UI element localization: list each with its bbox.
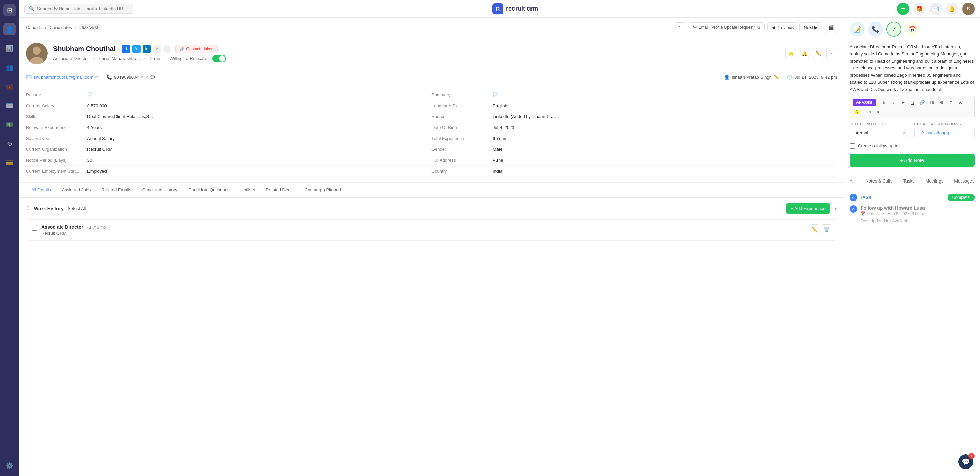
activity-tab-messages[interactable]: Messages [949, 174, 980, 188]
edit-owner-btn[interactable]: ✏️ [774, 75, 779, 79]
tab-assigned-jobs[interactable]: Assigned Jobs [56, 182, 96, 198]
sidebar-icon-billing[interactable]: 💳 [3, 157, 16, 169]
add-note-button[interactable]: + Add Note [850, 153, 975, 167]
gift-button[interactable]: 🎁 [913, 3, 926, 15]
task-check-done[interactable]: ✓ [850, 205, 857, 213]
delete-exp-button[interactable]: 🗑️ [822, 224, 831, 234]
linkedin-button[interactable]: in [143, 45, 151, 53]
associations-value[interactable]: 1 Association(s) [914, 128, 975, 138]
dob-value: Jul 4, 2023 [493, 125, 837, 130]
exp-checkbox[interactable] [32, 225, 37, 230]
refresh-button[interactable]: ↻ [674, 22, 686, 32]
call-icon-button[interactable]: 📞 [868, 22, 883, 37]
activity-tab-all[interactable]: All [844, 174, 860, 188]
copy-email-icon[interactable]: ⧉ [757, 25, 760, 30]
link-button[interactable]: 🔗 [918, 98, 926, 107]
edit-exp-button[interactable]: ✏️ [810, 224, 819, 234]
ordered-list-button[interactable]: 1≡ [928, 98, 936, 107]
copy-phone-btn[interactable]: ⧉ [140, 75, 143, 79]
mail-button[interactable]: ✉️ [930, 3, 942, 15]
contact-linked-badge[interactable]: 🔗 Contact Linked [175, 45, 218, 53]
highlight-button[interactable]: A [853, 108, 861, 116]
activity-tab-tasks[interactable]: Tasks [898, 174, 920, 188]
search-box[interactable]: 🔍 [24, 4, 134, 14]
tab-candidate-history[interactable]: Candidate History [137, 182, 183, 198]
task-item-header: ✓ Follow up with Howard Lusa 📅 Due Date … [850, 205, 975, 216]
bold-button[interactable]: B [880, 98, 888, 107]
sidebar-icon-dashboard[interactable]: ⊞ [3, 4, 16, 16]
task-due-label: Due Date - Feb 6, 2023, 9:00 am [867, 211, 926, 216]
add-button[interactable]: + [897, 3, 909, 15]
copy-email-btn[interactable]: ⧉ [95, 75, 98, 79]
chat-bubble[interactable]: 💬 1 [958, 454, 973, 469]
sidebar-icon-revenue[interactable]: 💵 [3, 118, 16, 131]
strikethrough-button[interactable]: S [899, 98, 907, 107]
quote-button[interactable]: ❝ [947, 98, 955, 107]
tab-contacts-pitched[interactable]: Contact(s) Pitched [299, 182, 347, 198]
prev-icon: ◀ [772, 25, 775, 30]
clear-icon[interactable]: ✕ [903, 130, 907, 136]
followup-checkbox[interactable] [850, 143, 855, 149]
note-type-label: Select Note Type [850, 122, 910, 126]
sidebar-icon-settings[interactable]: ⚙️ [3, 460, 16, 472]
italic-button[interactable]: I [889, 98, 898, 107]
social-extra1[interactable]: ○ [153, 45, 161, 53]
email-profile-button[interactable]: ✉ Email "Profile Update Request" ⧉ [689, 22, 765, 32]
activity-tab-notes[interactable]: Notes & Calls [860, 174, 898, 188]
note-type-select[interactable]: Internal ✕ [850, 128, 910, 138]
drag-handle-icon[interactable]: ⠿ [26, 205, 30, 212]
previous-label: Previous [776, 25, 794, 30]
whatsapp-btn[interactable]: 💬 [150, 75, 155, 79]
relocate-toggle[interactable] [212, 55, 226, 62]
note-content[interactable]: Associate Director at Recruit CRM – Insu… [850, 41, 975, 96]
details-left-col: Resume 📄 Current Salary £ 570,000 Skills… [26, 89, 431, 177]
notification-button[interactable]: 🔔 [946, 3, 958, 15]
star-button[interactable]: ⭐ [785, 48, 796, 59]
collapse-button[interactable]: ▾ [834, 205, 837, 212]
facebook-button[interactable]: f [122, 45, 130, 53]
unordered-list-button[interactable]: •≡ [937, 98, 945, 107]
user-avatar[interactable]: S [962, 3, 975, 15]
skills-label: Skills [26, 114, 87, 119]
task-description: Description Not Available [861, 218, 975, 224]
next-button[interactable]: Next ▶ [799, 22, 822, 32]
sidebar-icon-jobs[interactable]: 📊 [3, 42, 16, 54]
sidebar-icon-add[interactable]: ⊕ [3, 137, 16, 150]
search-input[interactable] [37, 6, 129, 11]
social-extra2[interactable]: ⊙ [163, 45, 171, 53]
indent-button[interactable]: ⇥ [865, 108, 873, 116]
tab-related-deals[interactable]: Related Deals [260, 182, 299, 198]
calendar-icon-button[interactable]: 📅 [905, 22, 920, 37]
check-icon-button[interactable]: ✓ [886, 22, 901, 37]
activity-tab-meetings[interactable]: Meetings [920, 174, 949, 188]
sidebar-icon-deals[interactable]: 💼 [3, 80, 16, 93]
previous-button[interactable]: ◀ Previous [767, 22, 798, 32]
alert-button[interactable]: 🔔 [799, 48, 810, 59]
select-all-button[interactable]: Select All [68, 206, 86, 211]
underline-button[interactable]: U [908, 98, 917, 107]
total-exp-label: Total Experience [431, 136, 493, 141]
twitter-button[interactable]: 𝕏 [132, 45, 140, 53]
sidebar-icon-emails[interactable]: ✉️ [3, 99, 16, 112]
ai-assist-button[interactable]: AI-Assist [853, 99, 875, 106]
sidebar-icon-candidates[interactable]: 👤 [3, 23, 16, 35]
country-row: Country India [431, 166, 837, 177]
font-color-button[interactable]: A [956, 98, 964, 107]
note-icon-button[interactable]: 📝 [850, 22, 865, 37]
language-label: Language Skills [431, 103, 493, 108]
sidebar-icon-contacts[interactable]: 👥 [3, 61, 16, 73]
add-experience-button[interactable]: + Add Experience [786, 203, 830, 214]
tab-hotlists[interactable]: Hotlists [235, 182, 261, 198]
outdent-button[interactable]: ⇤ [875, 108, 883, 116]
tab-related-emails[interactable]: Related Emails [96, 182, 137, 198]
email-link[interactable]: shubhamchouthai@gmail.com [34, 75, 93, 80]
tab-candidate-questions[interactable]: Candidate Questions [183, 182, 235, 198]
copy-id-icon[interactable]: ⧉ [95, 25, 98, 30]
more-button[interactable]: ⋮ [826, 48, 837, 59]
complete-badge[interactable]: Complete [948, 194, 975, 201]
video-button[interactable]: 🎬 [825, 21, 837, 34]
email-icon: ✉️ [26, 74, 32, 80]
tab-all-details[interactable]: All Details [26, 182, 56, 198]
edit-button[interactable]: ✏️ [813, 48, 824, 59]
dial-btn[interactable]: ↗ [145, 75, 148, 79]
